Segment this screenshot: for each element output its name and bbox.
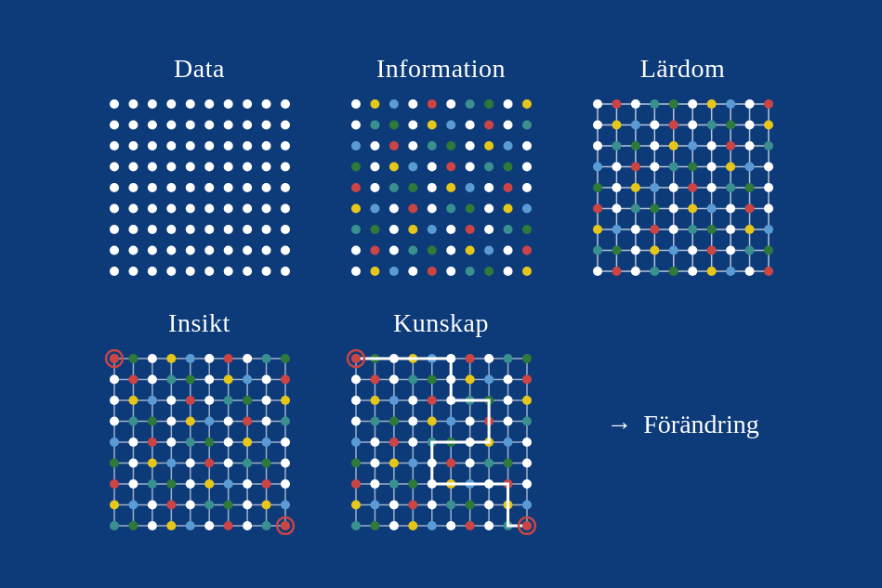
top-row: Data Information Lärdom <box>98 54 785 281</box>
information-card: Information <box>339 54 544 281</box>
information-canvas <box>339 95 544 281</box>
forandring-container: → Förändring <box>581 308 785 494</box>
main-container: Data Information Lärdom Insikt Kunskap <box>14 16 869 573</box>
kunskap-title: Kunskap <box>393 308 489 338</box>
bottom-row: Insikt Kunskap → Förändring <box>98 308 785 535</box>
lardom-canvas <box>581 95 785 281</box>
data-card: Data <box>98 54 302 281</box>
forandring-text: → Förändring <box>606 410 758 439</box>
kunskap-card: Kunskap <box>339 308 544 535</box>
lardom-card: Lärdom <box>581 54 785 281</box>
data-title: Data <box>174 54 225 84</box>
insikt-title: Insikt <box>168 308 230 338</box>
kunskap-canvas <box>339 349 544 535</box>
data-canvas <box>98 95 302 281</box>
insikt-canvas <box>98 349 302 535</box>
insikt-card: Insikt <box>98 308 302 535</box>
information-title: Information <box>376 54 506 84</box>
lardom-title: Lärdom <box>640 54 726 84</box>
arrow-icon: → <box>606 410 632 439</box>
forandring-label: Förändring <box>643 410 758 439</box>
